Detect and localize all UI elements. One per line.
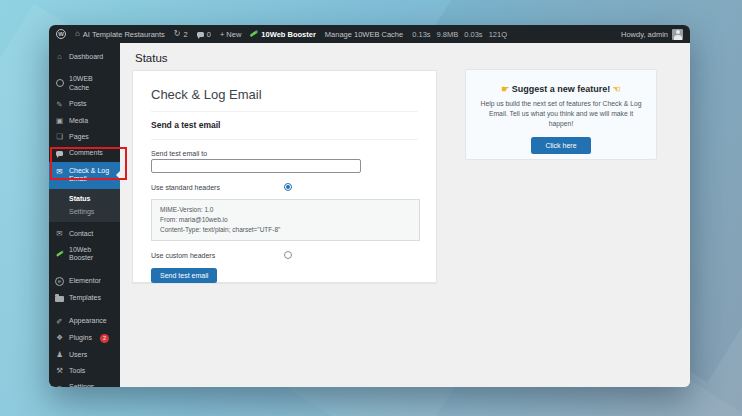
sidebar-item-label: Contact xyxy=(69,230,93,238)
appearance-icon: ✐ xyxy=(55,318,64,326)
howdy-label: Howdy, admin xyxy=(621,30,668,39)
custom-headers-radio[interactable] xyxy=(284,251,292,259)
standard-headers-row: Use standard headers xyxy=(151,183,418,191)
sidebar-item-label: Comments xyxy=(69,149,103,157)
comments-count: 0 xyxy=(207,30,211,39)
sidebar-item-label: Plugins xyxy=(69,334,92,342)
sidebar-item-plugins[interactable]: ❖ Plugins 2 xyxy=(49,330,120,347)
media-icon: ▣ xyxy=(55,117,64,125)
sidebar-item-label: Appearance xyxy=(69,317,107,325)
admin-sidebar: ⌂ Dashboard 10WEB Cache ✎ Posts ▣ Media … xyxy=(49,43,120,387)
sidebar-item-appearance[interactable]: ✐ Appearance xyxy=(49,313,120,329)
dashboard-icon: ⌂ xyxy=(55,53,64,61)
site-name: AI Template Restaurants xyxy=(83,30,165,39)
sidebar-item-label: 10WEB Cache xyxy=(69,75,114,92)
send-test-email-button[interactable]: Send test email xyxy=(151,268,217,283)
custom-headers-row: Use custom headers xyxy=(151,251,418,259)
email-icon: ✉ xyxy=(55,168,64,176)
send-test-email-subheading: Send a test email xyxy=(151,112,418,140)
update-icon: ↻ xyxy=(174,30,181,38)
sidebar-item-label: Pages xyxy=(69,133,89,141)
sidebar-item-contact[interactable]: ✉ Contact xyxy=(49,226,120,242)
new-label: + New xyxy=(220,30,241,39)
sidebar-item-label: Settings xyxy=(69,383,94,387)
card-heading: Check & Log Email xyxy=(151,87,418,112)
header-line-mime: MIME-Version: 1.0 xyxy=(160,205,411,215)
test-email-input[interactable] xyxy=(151,159,361,173)
sidebar-item-users[interactable]: ♟ Users xyxy=(49,347,120,363)
sidebar-item-media[interactable]: ▣ Media xyxy=(49,113,120,129)
pointing-left-icon: ☜ xyxy=(613,84,621,94)
pointing-right-icon: ☛ xyxy=(501,84,509,94)
templates-folder-icon xyxy=(55,294,64,304)
header-line-content-type: Content-Type: text/plain; charset="UTF-8… xyxy=(160,225,411,235)
admin-bar: W ⌂ AI Template Restaurants ↻ 2 0 + New … xyxy=(49,25,690,43)
suggest-title-text: Suggest a new feature! xyxy=(512,84,611,94)
sidebar-item-label: Elementor xyxy=(69,277,101,285)
updates-link[interactable]: ↻ 2 xyxy=(174,30,188,39)
stat-db-time: 0.03s xyxy=(464,30,482,39)
submenu-item-settings[interactable]: Settings xyxy=(49,205,120,218)
header-line-from: From: maria@10web.io xyxy=(160,215,411,225)
suggest-feature-body: Help us build the next set of features f… xyxy=(478,99,644,130)
sidebar-item-label: Media xyxy=(69,117,88,125)
check-log-email-submenu: Status Settings xyxy=(49,189,120,222)
tools-icon: ⚒ xyxy=(55,367,64,375)
account-menu[interactable]: Howdy, admin xyxy=(621,29,683,40)
sidebar-item-label: Posts xyxy=(69,100,87,108)
submenu-item-status[interactable]: Status xyxy=(49,192,120,205)
suggest-feature-title: ☛ Suggest a new feature! ☜ xyxy=(478,84,644,94)
page-title: Status xyxy=(135,52,168,64)
sidebar-item-pages[interactable]: ❏ Pages xyxy=(49,129,120,145)
manage-cache-link[interactable]: Manage 10WEB Cache xyxy=(325,30,403,39)
posts-icon: ✎ xyxy=(55,101,64,109)
avatar xyxy=(672,29,683,40)
wordpress-menu[interactable]: W xyxy=(56,29,66,39)
comments-icon xyxy=(55,150,64,158)
standard-headers-label: Use standard headers xyxy=(151,184,284,191)
sidebar-item-check-log-email[interactable]: ✉ Check & Log Email xyxy=(49,162,120,189)
sidebar-item-dashboard[interactable]: ⌂ Dashboard xyxy=(49,49,120,65)
10web-cache-icon xyxy=(55,79,64,89)
elementor-icon: e xyxy=(55,277,64,286)
sidebar-item-settings[interactable]: ≡ Settings xyxy=(49,379,120,387)
wordpress-admin-window: W ⌂ AI Template Restaurants ↻ 2 0 + New … xyxy=(49,25,690,387)
send-test-email-to-label: Send test email to xyxy=(151,150,418,157)
sidebar-item-10web-booster[interactable]: 10Web Booster xyxy=(49,242,120,267)
10web-booster-icon xyxy=(250,31,258,37)
site-name-link[interactable]: ⌂ AI Template Restaurants xyxy=(75,30,165,39)
suggest-feature-box: ☛ Suggest a new feature! ☜ Help us build… xyxy=(465,69,657,160)
performance-stats: 0.13s 9.8MB 0.03s 121Q xyxy=(412,30,507,39)
wordpress-logo-icon: W xyxy=(56,29,66,39)
sidebar-item-label: Tools xyxy=(69,367,85,375)
manage-cache-label: Manage 10WEB Cache xyxy=(325,30,403,39)
sidebar-item-label: Check & Log Email xyxy=(69,167,114,184)
check-log-email-card: Check & Log Email Send a test email Send… xyxy=(132,70,437,283)
main-content: Status Check & Log Email Send a test ema… xyxy=(120,43,690,387)
users-icon: ♟ xyxy=(55,351,64,359)
sidebar-item-comments[interactable]: Comments xyxy=(49,145,120,161)
plugins-update-badge: 2 xyxy=(100,334,109,343)
sidebar-item-label: Dashboard xyxy=(69,53,103,61)
updates-count: 2 xyxy=(184,30,188,39)
custom-headers-label: Use custom headers xyxy=(151,252,284,259)
settings-icon: ≡ xyxy=(55,384,64,387)
click-here-button[interactable]: Click here xyxy=(531,137,590,154)
stat-load-time: 0.13s xyxy=(412,30,430,39)
sidebar-item-templates[interactable]: Templates xyxy=(49,290,120,308)
home-icon: ⌂ xyxy=(75,30,80,38)
sidebar-item-posts[interactable]: ✎ Posts xyxy=(49,96,120,112)
booster-label: 10Web Booster xyxy=(261,30,315,39)
comment-icon xyxy=(197,32,204,37)
comments-link[interactable]: 0 xyxy=(197,30,211,39)
headers-preview-box: MIME-Version: 1.0 From: maria@10web.io C… xyxy=(151,199,420,241)
booster-link[interactable]: 10Web Booster xyxy=(250,30,315,39)
10web-booster-icon xyxy=(55,251,64,259)
plugins-icon: ❖ xyxy=(55,334,64,342)
sidebar-item-elementor[interactable]: e Elementor xyxy=(49,273,120,290)
sidebar-item-label: Templates xyxy=(69,294,101,302)
sidebar-item-tools[interactable]: ⚒ Tools xyxy=(49,363,120,379)
sidebar-item-10web-cache[interactable]: 10WEB Cache xyxy=(49,71,120,96)
standard-headers-radio[interactable] xyxy=(284,183,292,191)
new-content-link[interactable]: + New xyxy=(220,30,241,39)
